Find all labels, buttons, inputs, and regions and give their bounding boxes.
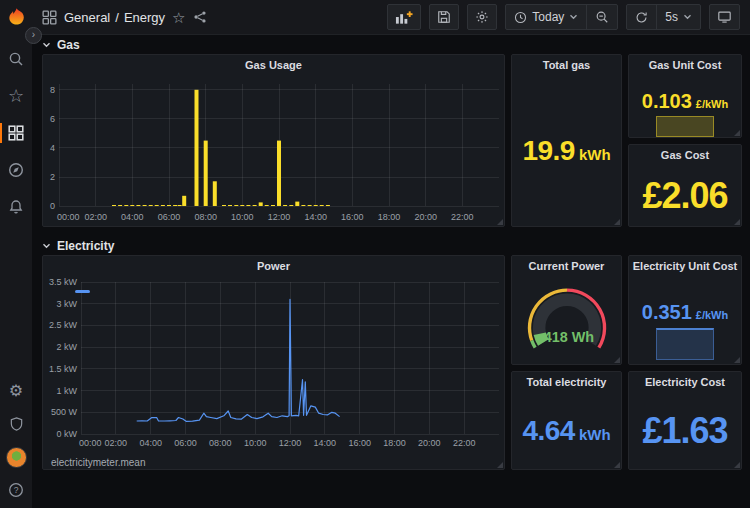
breadcrumb-dashboard[interactable]: Energy xyxy=(124,10,165,25)
share-icon[interactable] xyxy=(193,10,207,24)
sidebar-item-server-admin[interactable] xyxy=(0,411,32,437)
time-range-group: Today xyxy=(505,4,618,30)
star-dashboard-icon[interactable]: ☆ xyxy=(172,10,185,25)
breadcrumb-separator: / xyxy=(115,10,119,25)
svg-text:20:00: 20:00 xyxy=(414,212,437,222)
svg-text:2 kW: 2 kW xyxy=(56,342,77,352)
sidebar-top-items: ☆ xyxy=(0,46,32,220)
panel-header-total-gas[interactable]: Total gas xyxy=(543,55,590,75)
power-chart[interactable]: 0 kW500 W1 kW1.5 kW2 kW2.5 kW3 kW3.5 kW0… xyxy=(43,276,504,455)
panel-title: Current Power xyxy=(529,260,605,272)
add-panel-button[interactable] xyxy=(387,4,421,30)
panel-header-total-electricity[interactable]: Total electricity xyxy=(527,372,607,392)
svg-text:02:00: 02:00 xyxy=(105,438,128,448)
gas-unit-cost-bar xyxy=(656,116,714,137)
panel-header-electricity-cost[interactable]: Electricity Cost xyxy=(645,372,725,392)
chevron-down-icon xyxy=(42,243,51,249)
chevron-down-icon xyxy=(683,14,692,20)
zoom-out-icon xyxy=(595,10,609,24)
panel-header-current-power[interactable]: Current Power xyxy=(529,256,605,276)
svg-text:1.5 kW: 1.5 kW xyxy=(49,364,78,374)
dashboard-settings-button[interactable] xyxy=(467,4,497,30)
svg-text:2.5 kW: 2.5 kW xyxy=(49,320,78,330)
dashboard-canvas: Gas Gas Usage 0246800:0002:0004:0006:000… xyxy=(32,34,750,508)
bell-icon xyxy=(8,199,24,215)
gas-unit-cost-value: 0.103 xyxy=(642,90,692,113)
panel-header-gas-unit-cost[interactable]: Gas Unit Cost xyxy=(649,55,722,75)
panel-total-gas: Total gas 19.9 kWh xyxy=(511,54,622,227)
time-range-picker[interactable]: Today xyxy=(506,5,586,29)
sidebar-item-explore[interactable] xyxy=(0,157,32,183)
panel-header-electricity-unit-cost[interactable]: Electricity Unit Cost xyxy=(633,256,738,276)
clock-icon xyxy=(514,11,527,24)
compass-icon xyxy=(8,162,24,178)
power-legend: electricitymeter.mean xyxy=(43,455,504,469)
sidebar-item-help[interactable]: ? xyxy=(0,477,32,503)
svg-text:418 Wh: 418 Wh xyxy=(543,329,593,345)
svg-text:08:00: 08:00 xyxy=(194,212,217,222)
cycle-view-mode-button[interactable] xyxy=(709,4,740,30)
panel-title: Power xyxy=(257,260,290,272)
gas-usage-chart[interactable]: 0246800:0002:0004:0006:0008:0010:0012:00… xyxy=(43,75,504,229)
refresh-interval-picker[interactable]: 5s xyxy=(656,5,700,29)
svg-text:06:00: 06:00 xyxy=(174,438,197,448)
current-power-gauge: 418 Wh xyxy=(517,276,617,364)
svg-text:22:00: 22:00 xyxy=(453,438,476,448)
sidebar-item-alerting[interactable] xyxy=(0,194,32,220)
sidebar-item-configuration[interactable]: ⚙ xyxy=(0,378,32,404)
section-header-gas[interactable]: Gas xyxy=(42,37,80,53)
sidebar-item-starred[interactable]: ☆ xyxy=(0,83,32,109)
breadcrumb-folder[interactable]: General xyxy=(64,10,110,25)
panel-title: Total electricity xyxy=(527,376,607,388)
section-title: Gas xyxy=(57,38,80,52)
total-electricity-value-group: 4.64 kWh xyxy=(522,415,610,447)
refresh-button[interactable] xyxy=(627,5,656,29)
dashboard-grid-icon xyxy=(42,10,57,25)
legend-series-label[interactable]: electricitymeter.mean xyxy=(51,457,145,468)
electricity-unit-cost-value-group: 0.351 £/kWh xyxy=(642,301,728,324)
total-gas-value-group: 19.9 kWh xyxy=(522,135,610,167)
svg-text:6: 6 xyxy=(50,114,55,124)
svg-text:1 kW: 1 kW xyxy=(56,386,77,396)
star-icon: ☆ xyxy=(8,87,24,105)
svg-text:02:00: 02:00 xyxy=(84,212,107,222)
section-header-electricity[interactable]: Electricity xyxy=(42,238,114,254)
shield-icon xyxy=(9,416,24,432)
svg-text:16:00: 16:00 xyxy=(348,438,371,448)
svg-text:3.5 kW: 3.5 kW xyxy=(49,277,78,287)
svg-text:18:00: 18:00 xyxy=(383,438,406,448)
zoom-out-time-button[interactable] xyxy=(586,5,617,29)
sidebar-item-search[interactable] xyxy=(0,46,32,72)
svg-text:20:00: 20:00 xyxy=(418,438,441,448)
monitor-icon xyxy=(717,10,732,24)
svg-text:0: 0 xyxy=(50,201,55,211)
total-gas-unit: kWh xyxy=(579,146,611,163)
svg-text:500 W: 500 W xyxy=(51,407,78,417)
total-electricity-unit: kWh xyxy=(579,426,611,443)
svg-text:2: 2 xyxy=(50,172,55,182)
svg-text:8: 8 xyxy=(50,85,55,95)
electricity-unit-cost-bar xyxy=(656,328,714,360)
panel-header-gas-usage[interactable]: Gas Usage xyxy=(43,55,504,75)
sidebar-item-profile[interactable] xyxy=(0,444,32,470)
svg-text:04:00: 04:00 xyxy=(139,438,162,448)
panel-header-gas-cost[interactable]: Gas Cost xyxy=(661,145,709,165)
gas-unit-cost-unit: £/kWh xyxy=(696,98,728,110)
left-sidebar: ☆ ⚙ xyxy=(0,0,32,508)
panel-total-electricity: Total electricity 4.64 kWh xyxy=(511,371,622,470)
breadcrumb-path[interactable]: General / Energy xyxy=(64,10,165,25)
panel-gas-unit-cost: Gas Unit Cost 0.103 £/kWh xyxy=(628,54,742,138)
panel-power: Power 0 kW500 W1 kW1.5 kW2 kW2.5 kW3 kW3… xyxy=(42,255,505,470)
panel-electricity-cost: Electricity Cost £1.63 xyxy=(628,371,742,470)
sidebar-expand-button[interactable]: › xyxy=(25,27,42,44)
electricity-cost-value: £1.63 xyxy=(642,410,727,452)
panel-header-power[interactable]: Power xyxy=(43,256,504,276)
sidebar-item-dashboards[interactable] xyxy=(0,120,32,146)
panel-title: Gas Unit Cost xyxy=(649,59,722,71)
panel-title: Electricity Unit Cost xyxy=(633,260,738,272)
save-dashboard-button[interactable] xyxy=(429,4,459,30)
panel-electricity-unit-cost: Electricity Unit Cost 0.351 £/kWh xyxy=(628,255,742,365)
breadcrumb: General / Energy ☆ xyxy=(42,10,207,25)
svg-text:04:00: 04:00 xyxy=(121,212,144,222)
topbar-actions: Today 5s xyxy=(387,4,740,30)
